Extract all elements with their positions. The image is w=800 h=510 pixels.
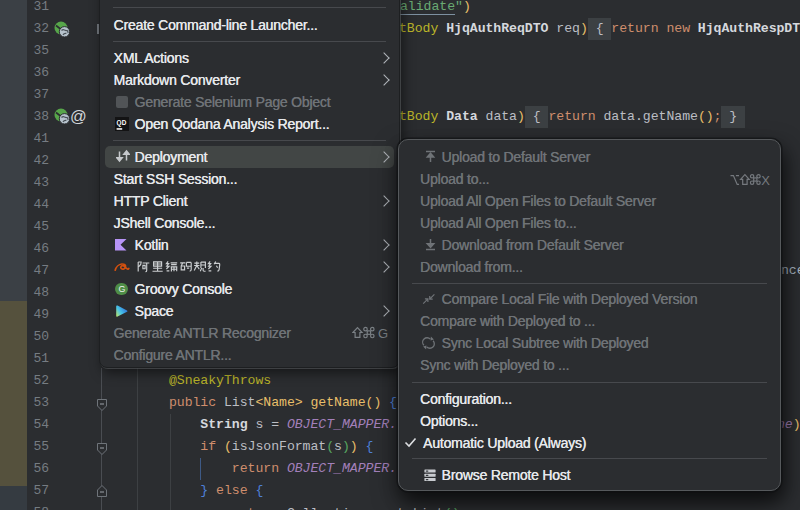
- svg-text:X: X: [761, 173, 770, 187]
- svg-text:G: G: [378, 326, 388, 340]
- svg-text:QD: QD: [117, 118, 127, 126]
